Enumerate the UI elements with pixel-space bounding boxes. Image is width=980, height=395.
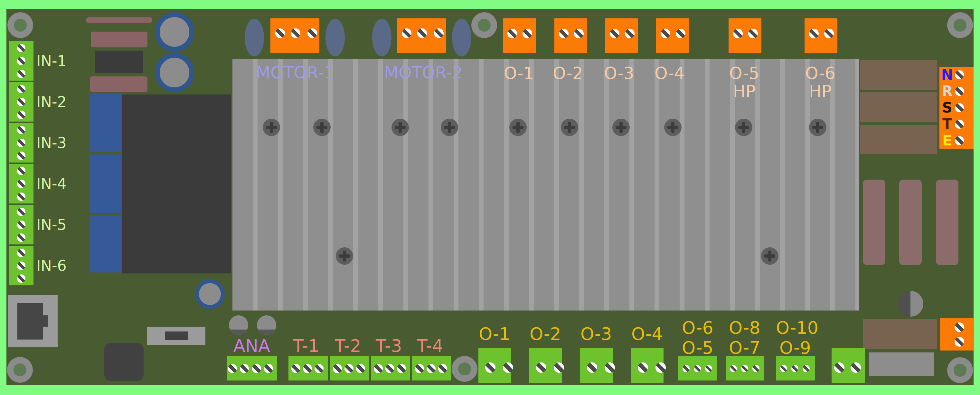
relay — [863, 180, 885, 265]
rectifier-block — [860, 125, 937, 154]
screw — [17, 139, 25, 147]
ethernet-tab — [43, 315, 48, 327]
ana-label: ANA — [229, 336, 274, 356]
terminal-motor-2 — [397, 18, 446, 53]
o6-line2: HP — [809, 82, 832, 101]
screw — [17, 249, 25, 257]
capacitor-slate — [245, 19, 264, 56]
o8-o7-line1: O-8 — [729, 318, 760, 338]
screw — [415, 364, 424, 373]
screw — [625, 29, 635, 38]
o8-o7-line2: O-7 — [729, 337, 760, 358]
o2-bottom-label: O-2 — [526, 325, 565, 344]
pcb-diagram: IN-1 IN-2 IN-3 IN-4 IN-5 IN-6 — [0, 0, 980, 395]
screw — [676, 29, 686, 38]
screw — [397, 364, 406, 373]
power-letter-r: R — [940, 83, 954, 99]
o10-o9-line1: O-10 — [776, 318, 818, 338]
screw — [17, 126, 25, 134]
terminal-t1 — [288, 356, 328, 381]
relay — [936, 180, 958, 265]
screw — [315, 364, 323, 373]
screw — [682, 365, 690, 372]
o4-bottom-label: O-4 — [628, 325, 667, 344]
screw — [748, 29, 758, 38]
screw — [275, 28, 285, 38]
mounting-hole-top-right — [947, 12, 973, 38]
o10-o9-line2: O-9 — [780, 337, 811, 358]
component-dark — [104, 343, 143, 381]
in-3-label: IN-3 — [37, 134, 67, 151]
terminal-in-6 — [10, 246, 33, 285]
t4-label: T-4 — [411, 336, 449, 356]
screw — [809, 29, 819, 38]
screw — [17, 57, 25, 65]
rectifier-block — [860, 92, 937, 122]
terminal-motor-1 — [270, 18, 319, 53]
screw — [955, 87, 964, 96]
heatsink-screw — [761, 247, 778, 265]
in-2-label: IN-2 — [37, 93, 67, 110]
screw — [955, 136, 964, 145]
in-6-label: IN-6 — [37, 257, 67, 274]
heatsink-screw — [391, 119, 409, 136]
terminal-o1-bottom — [479, 348, 511, 383]
screw — [955, 120, 964, 129]
in-1-label: IN-1 — [37, 53, 67, 69]
screw — [291, 364, 301, 373]
screw — [803, 365, 810, 372]
screw — [610, 29, 619, 38]
screw — [574, 29, 584, 38]
o6-o5-line1: O-6 — [682, 318, 713, 338]
capacitor-slate — [372, 19, 391, 56]
mounting-hole-bottom-left — [7, 357, 33, 383]
screw — [417, 28, 427, 38]
heatsink-screw — [263, 119, 280, 136]
terminal-o3-top — [605, 18, 638, 53]
terminal-o4-bottom — [631, 348, 663, 383]
o6-o5-line2: O-5 — [682, 337, 713, 358]
o5-line1: O-5 — [729, 64, 759, 83]
capacitor-blue — [89, 93, 121, 152]
terminal-in-4 — [10, 164, 33, 203]
screw — [536, 363, 546, 373]
screw — [303, 364, 312, 373]
o3-bottom-label: O-3 — [577, 325, 616, 344]
motor-1-label: MOTOR-1 — [247, 64, 344, 82]
screw — [307, 28, 317, 38]
screw — [694, 365, 701, 372]
o1-top-label: O-1 — [500, 64, 538, 82]
terminal-o3-bottom — [580, 348, 612, 383]
screw — [661, 29, 670, 38]
screw — [780, 365, 787, 372]
mounting-hole-bottom-middle — [452, 356, 477, 382]
resistor-block — [90, 77, 148, 92]
screw — [955, 103, 964, 112]
o6-line1: O-6 — [805, 64, 835, 83]
terminal-aux-orange — [940, 318, 974, 350]
resistor-block — [91, 32, 148, 47]
screw — [824, 29, 834, 38]
terminal-o4-top — [656, 18, 689, 53]
screw — [638, 363, 648, 373]
screw — [605, 363, 615, 373]
screw — [291, 28, 301, 38]
mounting-hole-bottom-right — [947, 357, 973, 383]
o6-o5-label: O-6O-5 — [678, 318, 717, 358]
o2-top-label: O-2 — [549, 64, 587, 82]
screw — [252, 364, 261, 373]
capacitor-blue — [89, 154, 121, 213]
screw — [17, 274, 25, 283]
t2-label: T-2 — [329, 336, 368, 356]
ethernet-opening — [18, 303, 43, 339]
terminal-o9-o10 — [776, 356, 815, 381]
screw — [17, 208, 25, 216]
screw — [17, 233, 25, 242]
heatsink — [232, 59, 859, 310]
motor-2-label: MOTOR-2 — [375, 64, 472, 82]
o8-o7-label: O-8O-7 — [725, 318, 764, 358]
screw — [374, 364, 383, 373]
screw — [333, 364, 342, 373]
screw — [438, 364, 447, 373]
screw — [264, 364, 273, 373]
